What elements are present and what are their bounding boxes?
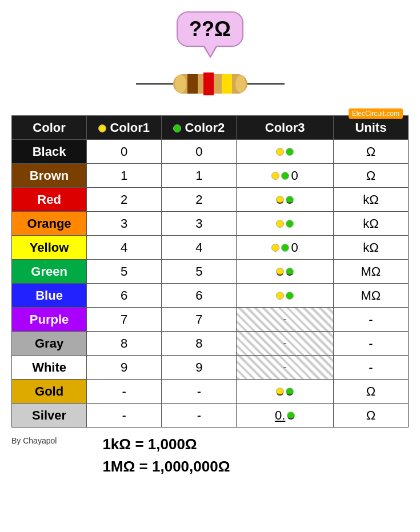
color-cell: Gold — [12, 380, 87, 404]
c2-cell: 6 — [162, 284, 237, 308]
col-c3-header: Color3 — [237, 116, 333, 140]
svg-point-7 — [235, 75, 246, 92]
green-dot — [286, 292, 294, 300]
c3-cell — [237, 212, 333, 236]
c3-cell: - — [237, 356, 333, 380]
c1-cell: 0 — [87, 140, 162, 164]
c1-cell: - — [87, 380, 162, 404]
table-row: Black00Ω — [12, 140, 409, 164]
units-cell: Ω — [333, 404, 408, 428]
c3-cell — [237, 140, 333, 164]
color-cell: White — [12, 356, 87, 380]
resistor-table: Color Color1 Color2 Color3 Units Black00… — [11, 115, 409, 428]
table-row: Green55MΩ — [12, 260, 409, 284]
svg-rect-3 — [187, 74, 198, 94]
yellow-dot — [276, 148, 284, 156]
c1-cell: 9 — [87, 356, 162, 380]
table-row: Gold--Ω — [12, 380, 409, 404]
c1-cell: 4 — [87, 236, 162, 260]
color-cell: Silver — [12, 404, 87, 428]
color-cell: Purple — [12, 308, 87, 332]
speech-bubble: ??Ω — [177, 11, 243, 47]
c1-cell: 7 — [87, 308, 162, 332]
c3-cell: 0 — [237, 236, 333, 260]
c2-cell: 9 — [162, 356, 237, 380]
units-cell: - — [333, 308, 408, 332]
c3-cell — [237, 260, 333, 284]
units-cell: MΩ — [333, 260, 408, 284]
color-cell: Gray — [12, 332, 87, 356]
bubble-text: ??Ω — [189, 17, 231, 41]
c3-cell: 0 — [237, 164, 333, 188]
c2-cell: 5 — [162, 260, 237, 284]
green-dot — [281, 172, 289, 180]
green-dot — [286, 196, 294, 204]
color-cell: Brown — [12, 164, 87, 188]
c3-cell — [237, 284, 333, 308]
table-row: Blue66MΩ — [12, 284, 409, 308]
c3-cell — [237, 380, 333, 404]
col-c2-header: Color2 — [162, 116, 237, 140]
c2-cell: 8 — [162, 332, 237, 356]
table-row: Red22kΩ — [12, 188, 409, 212]
color-cell: Blue — [12, 284, 87, 308]
color-cell: Orange — [12, 212, 87, 236]
units-cell: MΩ — [333, 284, 408, 308]
table-row: Silver--0.Ω — [12, 404, 409, 428]
col-units-header: Units — [333, 116, 408, 140]
table-row: Yellow440kΩ — [12, 236, 409, 260]
c3-cell — [237, 188, 333, 212]
col-color-header: Color — [12, 116, 87, 140]
color-cell: Red — [12, 188, 87, 212]
green-dot — [286, 220, 294, 228]
c3-cell: 0. — [237, 404, 333, 428]
green-dot — [281, 244, 289, 252]
green-dot — [286, 388, 294, 396]
yellow-dot — [276, 268, 284, 276]
yellow-dot — [276, 388, 284, 396]
formula2: 1MΩ = 1,000,000Ω — [102, 456, 230, 478]
c1-cell: 5 — [87, 260, 162, 284]
yellow-dot — [271, 172, 279, 180]
green-dot — [287, 412, 295, 420]
c2-cell: - — [162, 380, 237, 404]
c1-cell: - — [87, 404, 162, 428]
credit-text: ElecCircuit.com — [352, 110, 399, 118]
table-header: Color Color1 Color2 Color3 Units — [12, 116, 409, 140]
table-row: Gray88-- — [12, 332, 409, 356]
units-cell: kΩ — [333, 188, 408, 212]
units-cell: kΩ — [333, 236, 408, 260]
formula1: 1kΩ = 1,000Ω — [102, 433, 230, 456]
formulas-block: 1kΩ = 1,000Ω 1MΩ = 1,000,000Ω — [102, 433, 230, 478]
green-dot — [286, 148, 294, 156]
footer: By Chayapol 1kΩ = 1,000Ω 1MΩ = 1,000,000… — [11, 433, 409, 478]
c2-cell: 7 — [162, 308, 237, 332]
author-credit: By Chayapol — [11, 436, 57, 445]
c2-cell: 3 — [162, 212, 237, 236]
svg-rect-5 — [222, 74, 232, 94]
units-cell: Ω — [333, 140, 408, 164]
svg-rect-4 — [203, 72, 214, 95]
color-cell: Green — [12, 260, 87, 284]
col-c1-header: Color1 — [87, 116, 162, 140]
units-cell: Ω — [333, 164, 408, 188]
c1-cell: 6 — [87, 284, 162, 308]
c2-cell: 4 — [162, 236, 237, 260]
yellow-dot — [276, 220, 284, 228]
units-cell: - — [333, 356, 408, 380]
c1-cell: 8 — [87, 332, 162, 356]
green-dot — [286, 268, 294, 276]
c3-cell: - — [237, 332, 333, 356]
c2-cell: 2 — [162, 188, 237, 212]
yellow-dot — [271, 244, 279, 252]
c2-cell: - — [162, 404, 237, 428]
units-cell: - — [333, 332, 408, 356]
table-row: Brown110Ω — [12, 164, 409, 188]
yellow-dot — [276, 196, 284, 204]
svg-point-6 — [175, 75, 186, 93]
c2-cell: 1 — [162, 164, 237, 188]
c3-cell: - — [237, 308, 333, 332]
units-cell: Ω — [333, 380, 408, 404]
credit-badge: ElecCircuit.com — [349, 108, 403, 119]
c2-cell: 0 — [162, 140, 237, 164]
